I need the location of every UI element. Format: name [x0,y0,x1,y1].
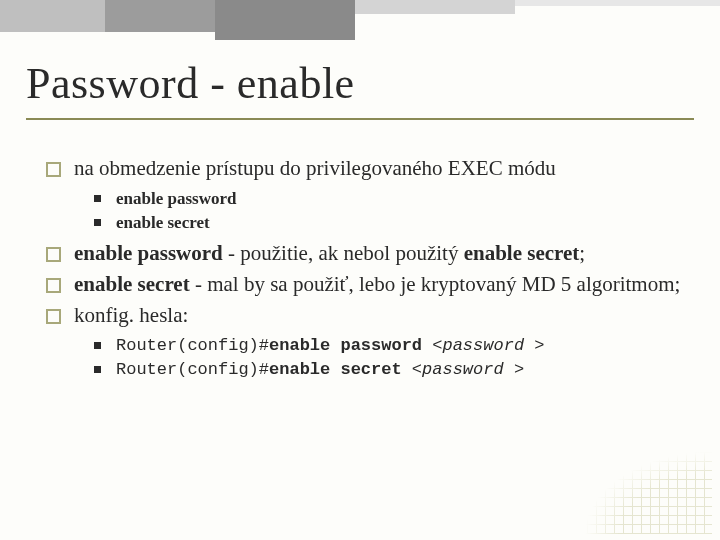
bullet-enable-password-usage: enable password - použitie, ak nebol pou… [74,240,686,267]
bullet-access-restriction: na obmedzenie prístupu do privilegovanéh… [74,155,686,234]
slide-banner [0,0,720,40]
text-fragment: - mal by sa použiť, lebo je kryptovaný M… [190,272,681,296]
title-underline [26,118,694,120]
cli-prompt: Router(config)# [116,360,269,379]
bullet-text: konfig. hesla: [74,303,188,327]
cli-param: <password > [432,336,544,355]
slide-title: Password - enable [26,58,355,109]
bullet-enable-secret-note: enable secret - mal by sa použiť, lebo j… [74,271,686,298]
cli-prompt: Router(config)# [116,336,269,355]
sub-bullet-enable-secret: enable secret [116,212,686,234]
sub-bullet-enable-password: enable password [116,188,686,210]
cli-param: <password > [412,360,524,379]
bullet-config-passwords: konfig. hesla: Router(config)#enable pas… [74,302,686,381]
term-enable-secret: enable secret [464,241,580,265]
text-fragment: - použitie, ak nebol použitý [223,241,464,265]
cli-command: enable secret [269,360,412,379]
text-fragment: ; [579,241,585,265]
bullet-text: na obmedzenie prístupu do privilegovanéh… [74,156,556,180]
slide-body: na obmedzenie prístupu do privilegovanéh… [46,155,686,387]
cli-line-enable-password: Router(config)#enable password <password… [116,335,686,357]
grid-decoration [542,424,712,534]
term-enable-secret: enable secret [74,272,190,296]
cli-line-enable-secret: Router(config)#enable secret <password > [116,359,686,381]
term-enable-password: enable password [74,241,223,265]
cli-command: enable password [269,336,432,355]
